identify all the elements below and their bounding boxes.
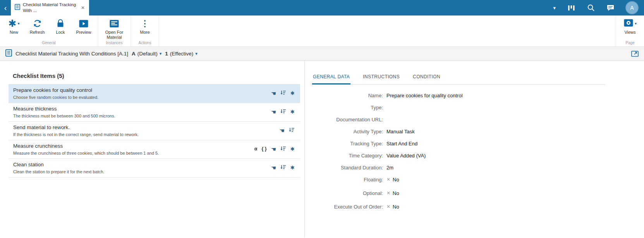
preview-button[interactable]: Preview xyxy=(72,16,95,35)
alpha-variable-icon: α xyxy=(254,147,258,152)
field-tracking-type: Tracking Type: Start And End xyxy=(312,140,644,147)
item-title: Send material to rework. xyxy=(13,124,280,130)
field-value: ✕ No xyxy=(386,204,399,210)
detail-pane: GENERAL DATA INSTRUCTIONS CONDITION Name… xyxy=(305,61,644,238)
field-label: Optional: xyxy=(312,190,383,196)
item-subtitle: Measure the crunchiness of three cookies… xyxy=(13,151,254,155)
tab-general-data[interactable]: GENERAL DATA xyxy=(312,74,350,85)
field-label: Standard Duration: xyxy=(312,165,383,171)
mandatory-asterisk-icon: ✱ xyxy=(290,147,295,152)
breadcrumb-checklist-icon xyxy=(5,49,12,58)
page-title: Checklist Material Tracking With Conditi… xyxy=(15,51,128,57)
item-subtitle: The thickness must be between 300 and 50… xyxy=(13,114,271,118)
sequence-icon xyxy=(280,109,286,116)
no-x-icon: ✕ xyxy=(386,177,390,182)
open-full-page-icon[interactable] xyxy=(631,50,639,57)
item-title: Measure thickness xyxy=(13,106,271,112)
mandatory-asterisk-icon: ✱ xyxy=(290,165,295,170)
ribbon-group-actions: ⋮ More Actions xyxy=(131,16,159,47)
field-label: Activity Type: xyxy=(312,129,383,135)
ribbon-group-general: ✱▾ New Refresh Lock Preview xyxy=(0,16,98,47)
general-data-form: Name: Prepare cookies for quality contro… xyxy=(312,92,644,210)
version-key: 1 xyxy=(165,51,168,57)
views-dropdown-icon: ▾ xyxy=(635,21,637,26)
machines-icon[interactable] xyxy=(567,4,575,12)
field-value-text: No xyxy=(393,177,399,183)
field-label: Execute Out of Order: xyxy=(312,204,383,210)
refresh-button-label: Refresh xyxy=(30,30,45,35)
no-x-icon: ✕ xyxy=(386,204,390,209)
checklist-item-list: Prepare cookies for quality control Choo… xyxy=(9,84,300,178)
list-item[interactable]: Prepare cookies for quality control Choo… xyxy=(9,85,300,103)
tab-instructions[interactable]: INSTRUCTIONS xyxy=(362,74,400,85)
list-item[interactable]: Measure crunchiness Measure the crunchin… xyxy=(9,140,300,159)
refresh-button[interactable]: Refresh xyxy=(26,16,49,35)
manual-task-hand-icon: ☚ xyxy=(271,146,276,152)
manual-task-hand-icon: ☚ xyxy=(271,90,276,96)
field-label: Time Category: xyxy=(312,153,383,159)
sequence-icon xyxy=(289,127,295,134)
more-button-label: More xyxy=(140,30,149,35)
field-value: Manual Task xyxy=(386,129,415,135)
document-tab-title: Checklist Material Tracking With ... xyxy=(23,2,77,14)
sequence-icon xyxy=(280,164,286,171)
version-dropdown[interactable]: 1 (Effective) ▾ xyxy=(165,51,197,57)
field-label: Floating: xyxy=(312,177,383,183)
revision-state: (Default) xyxy=(137,51,158,57)
new-asterisk-icon: ✱ xyxy=(9,19,17,28)
field-value: Value Added (VA) xyxy=(386,153,426,159)
back-chevron-icon[interactable]: ‹ xyxy=(0,0,11,16)
field-value: ✕ No xyxy=(386,177,399,183)
item-subtitle: Clean the station to prepare it for the … xyxy=(13,169,271,174)
checklist-pane: Checklist Items (5) Prepare cookies for … xyxy=(0,61,305,238)
close-tab-icon[interactable]: ✕ xyxy=(80,4,86,11)
document-tab[interactable]: Checklist Material Tracking With ... ✕ xyxy=(11,0,89,16)
field-activity-type: Activity Type: Manual Task xyxy=(312,128,644,135)
new-dropdown-icon: ▾ xyxy=(17,21,19,26)
preview-button-label: Preview xyxy=(76,30,91,35)
new-button-label: New xyxy=(10,30,18,35)
feedback-chat-icon[interactable] xyxy=(606,4,615,12)
lock-button[interactable]: Lock xyxy=(49,16,72,35)
field-floating: Floating: ✕ No xyxy=(312,176,644,183)
new-button[interactable]: ✱▾ New xyxy=(2,16,26,35)
field-label: Name: xyxy=(312,93,383,98)
item-subtitle: Choose five random cookies to be evaluat… xyxy=(13,95,271,100)
mandatory-asterisk-icon: ✱ xyxy=(290,91,295,96)
revision-key: A xyxy=(132,51,136,57)
detail-tabs: GENERAL DATA INSTRUCTIONS CONDITION xyxy=(312,74,605,85)
top-bar: ‹ Checklist Material Tracking With ... ✕… xyxy=(0,0,644,16)
views-eye-icon xyxy=(623,19,634,29)
field-time-category: Time Category: Value Added (VA) xyxy=(312,152,644,159)
tab-condition[interactable]: CONDITION xyxy=(412,74,441,85)
manual-task-hand-icon: ☚ xyxy=(271,165,276,171)
field-value: Start And End xyxy=(386,141,417,147)
item-title: Prepare cookies for quality control xyxy=(13,87,271,93)
views-button[interactable]: ▾ Views xyxy=(618,16,642,35)
ribbon-group-page: ▾ Views Page xyxy=(616,16,644,47)
more-button[interactable]: ⋮ More xyxy=(133,16,156,35)
field-optional: Optional: ✕ No xyxy=(312,190,644,196)
open-for-material-label: Open For Material xyxy=(102,30,127,40)
revision-caret-icon: ▾ xyxy=(160,51,162,56)
views-button-label: Views xyxy=(624,30,635,35)
user-avatar[interactable]: A xyxy=(626,2,638,14)
ribbon-group-label-general: General xyxy=(2,40,95,47)
lock-button-label: Lock xyxy=(56,30,65,35)
manual-task-hand-icon: ☚ xyxy=(280,128,285,133)
field-type: Type: xyxy=(312,104,644,110)
search-icon[interactable] xyxy=(587,4,595,12)
checklist-heading: Checklist Items (5) xyxy=(13,72,304,79)
open-for-material-button[interactable]: Open For Material xyxy=(100,16,128,40)
field-standard-duration: Standard Duration: 2m xyxy=(312,164,644,171)
lock-icon xyxy=(56,18,65,29)
list-item[interactable]: Send material to rework. If the thicknes… xyxy=(9,122,300,140)
revision-dropdown[interactable]: A (Default) ▾ xyxy=(132,51,161,57)
field-value: 2m xyxy=(386,165,393,171)
breadcrumb: Checklist Material Tracking With Conditi… xyxy=(0,47,644,61)
tabs-dropdown-icon[interactable]: ▾ xyxy=(553,5,556,11)
field-name: Name: Prepare cookies for quality contro… xyxy=(312,92,644,98)
list-item[interactable]: Clean station Clean the station to prepa… xyxy=(9,159,300,178)
list-item[interactable]: Measure thickness The thickness must be … xyxy=(9,103,300,122)
sequence-icon xyxy=(280,90,286,97)
